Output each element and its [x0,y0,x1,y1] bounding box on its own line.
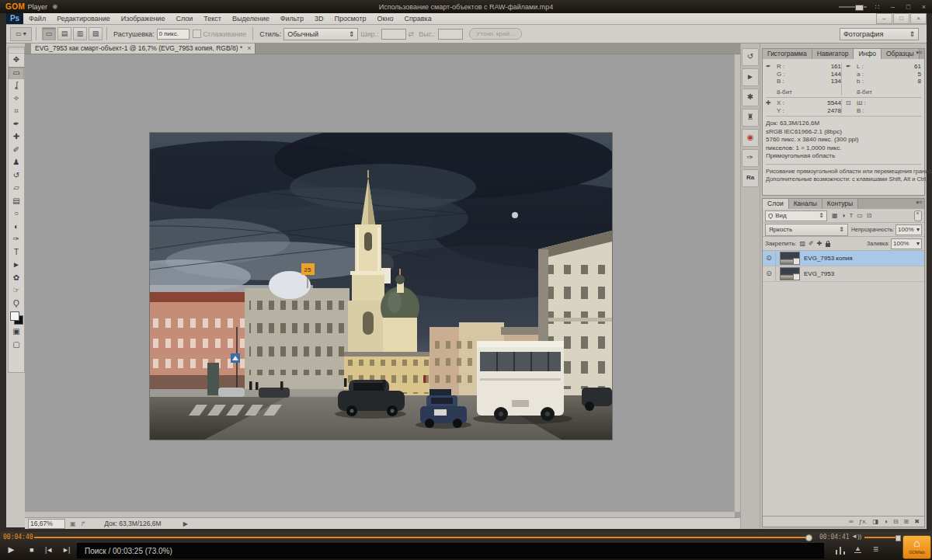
next-button[interactable]: ►| [62,546,69,560]
layer-row-original[interactable]: ⊙ EVG_7953 [763,266,924,282]
tab-layers[interactable]: Слои [763,199,789,209]
layer-thumbnail[interactable] [780,252,800,265]
opacity-slider[interactable] [839,6,867,8]
status-arrow-icon[interactable]: ▶ [183,520,188,527]
new-layer-icon[interactable]: ⊞ [904,518,909,525]
rectangular-marquee-tool[interactable]: ▭ [9,67,24,80]
workspace-dropdown[interactable]: Фотография ⇕ [840,28,919,40]
player-minimize-button[interactable]: – [888,3,898,11]
panel-menu-icon[interactable]: ▾≡ [916,50,922,56]
fill-field[interactable]: 100% ▾ [891,238,922,249]
menu-image[interactable]: Изображение [116,13,171,24]
filter-toggle-switch[interactable] [914,210,922,221]
filter-pixel-icon[interactable]: ▦ [832,212,838,219]
history-panel-icon[interactable]: ↺ [742,48,759,66]
intersect-selection-button[interactable]: ▨ [89,27,103,40]
zoom-level-field[interactable]: 16,67% [28,519,65,529]
volume-slider[interactable] [864,537,899,538]
new-selection-button[interactable]: ▭ [42,27,56,40]
menu-window[interactable]: Окно [372,13,399,24]
lasso-tool[interactable]: ʆ [9,79,24,92]
tool-presets-panel-icon[interactable]: ✑ [742,149,759,167]
crop-tool[interactable]: ⌗ [9,105,24,118]
custom-shape-tool[interactable]: ✿ [9,272,24,285]
filter-type-icon[interactable]: T [849,212,853,219]
volume-thumb[interactable] [895,535,901,541]
layer-filter-dropdown[interactable]: Ϙ Вид ⇕ [765,210,827,221]
tab-paths[interactable]: Контуры [822,199,858,209]
pin-icon[interactable]: ∷ [872,3,882,11]
opacity-field[interactable]: 100% ▾ [895,224,922,235]
layer-thumbnail[interactable] [780,267,800,280]
lock-transparency-icon[interactable]: ▨ [800,240,806,247]
move-tool[interactable]: ✥ [9,54,24,67]
actions-panel-icon[interactable]: ► [742,68,759,86]
eject-icon[interactable]: ▲ [854,545,861,553]
lock-all-icon[interactable] [826,243,830,247]
menu-help[interactable]: Справка [398,13,436,24]
menu-filter[interactable]: Фильтр [275,13,309,24]
document-close-icon[interactable]: × [247,43,251,54]
player-menu-icon[interactable]: ≡ [873,544,878,555]
document-tab[interactable]: EVG_7953 как смарт-объект-1 @ 16,7% (EVG… [31,43,256,54]
pen-tool[interactable]: ✑ [9,233,24,246]
color-swatches[interactable] [9,310,24,325]
tab-navigator[interactable]: Навигатор [812,49,854,59]
filter-smart-object-icon[interactable]: ⊡ [867,212,872,219]
menu-view[interactable]: Просмотр [329,13,371,24]
ps-minimize-button[interactable]: – [876,13,892,24]
previous-button[interactable]: |◄ [45,546,52,560]
delete-layer-icon[interactable]: ✖ [914,518,920,525]
canvas-image[interactable]: 25 [149,132,613,440]
lock-paint-icon[interactable]: ✐ [809,240,814,247]
tab-histogram[interactable]: Гистограмма [763,49,812,59]
speaker-icon[interactable]: ◄)) [851,533,861,540]
equalizer-icon[interactable] [835,547,846,555]
stop-button[interactable]: ■ [30,546,33,560]
styles-panel-icon[interactable]: ✱ [742,89,759,106]
layer-row-copy[interactable]: ⊙ EVG_7953 копия [763,251,924,266]
menu-select[interactable]: Выделение [227,13,275,24]
tab-info[interactable]: Инфо [854,49,882,59]
player-maximize-button[interactable]: □ [903,3,913,11]
zoom-tool[interactable]: Ϙ [9,297,24,311]
seek-thumb[interactable] [805,534,812,541]
path-selection-tool[interactable]: ► [9,259,24,272]
vertical-scrollbar[interactable] [734,54,740,512]
panel-menu-icon[interactable]: ▾≡ [916,200,922,206]
screen-mode-button[interactable]: ▢ [9,339,24,352]
gomlab-button[interactable]: ⌂ GOMlab [902,535,931,559]
layer-style-fx-icon[interactable]: ƒx. [859,518,868,525]
visibility-eye-icon[interactable]: ⊙ [763,266,776,281]
menu-edit[interactable]: Редактирование [51,13,116,24]
tab-swatches[interactable]: Образцы [882,49,920,59]
horizontal-scrollbar[interactable] [25,511,735,517]
dodge-tool[interactable]: ◐ [9,221,24,234]
menu-type[interactable]: Текст [198,13,227,24]
settings-gear-icon[interactable]: ✺ [52,3,58,11]
clone-source-panel-icon[interactable]: ♜ [742,109,759,127]
tool-preset-picker[interactable]: ▭ ▾ [10,27,32,41]
player-close-button[interactable]: × [919,3,929,11]
filter-adjustment-icon[interactable]: ◑ [842,212,846,219]
eyedropper-tool[interactable]: ✒ [9,118,24,131]
eraser-tool[interactable]: ▱ [9,182,24,195]
lock-position-icon[interactable]: ✚ [817,240,822,247]
play-button[interactable]: ► [6,544,16,560]
add-mask-icon[interactable]: ◨ [872,518,878,525]
mini-bridge-panel-icon[interactable]: ◉ [742,129,759,147]
antialias-checkbox[interactable] [193,30,201,38]
canvas-pasteboard[interactable]: 25 [25,54,740,517]
link-layers-icon[interactable]: ∞ [849,518,854,525]
blend-mode-dropdown[interactable]: Яркость ⇕ [765,224,848,236]
video-area[interactable]: Ps Файл Редактирование Изображение Слои … [0,13,932,532]
spot-healing-tool[interactable]: ✚ [9,130,24,144]
seek-bar[interactable] [34,537,812,538]
type-tool[interactable]: T [9,246,24,259]
new-group-icon[interactable]: ⊟ [893,518,899,525]
adjustment-layer-icon[interactable]: ◑ [884,518,888,525]
menu-file[interactable]: Файл [23,13,51,24]
subtract-selection-button[interactable]: ▥ [73,27,87,40]
clone-stamp-tool[interactable]: ♟ [9,156,24,169]
quick-selection-tool[interactable]: ✧ [9,92,24,106]
